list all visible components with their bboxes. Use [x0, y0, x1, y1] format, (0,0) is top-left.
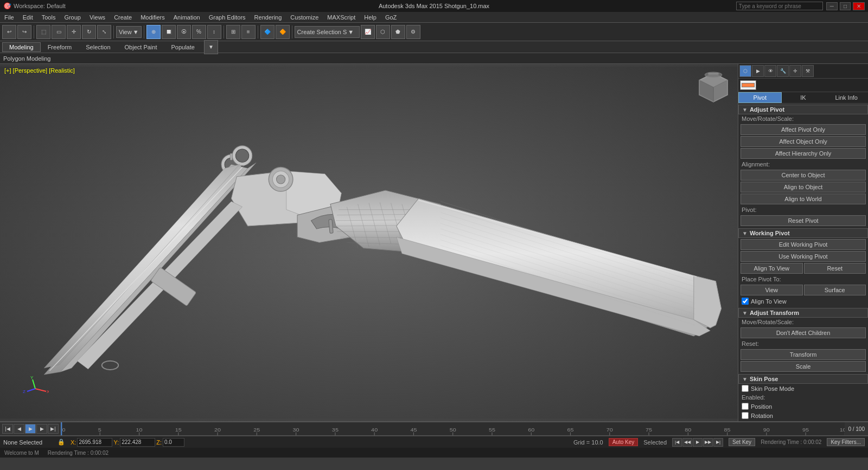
- go-to-end-button[interactable]: ▶|: [48, 424, 59, 434]
- rotation-label[interactable]: Rotation: [751, 413, 773, 419]
- play-button[interactable]: ▶: [25, 424, 36, 434]
- menu-item-modifiers[interactable]: Modifiers: [136, 13, 169, 22]
- scale-button2[interactable]: Scale: [741, 361, 866, 372]
- selection-set-dropdown[interactable]: Create Selection S▼: [295, 26, 360, 38]
- menu-item-customize[interactable]: Customize: [286, 13, 323, 22]
- affect-hierarchy-only-button[interactable]: Affect Hierarchy Only: [741, 148, 866, 159]
- adjust-transform-header[interactable]: ▼ Adjust Transform: [738, 308, 868, 318]
- scale-button[interactable]: ⤡: [97, 25, 111, 39]
- view-button[interactable]: View: [741, 285, 803, 295]
- render-button[interactable]: 🔷: [260, 25, 275, 39]
- skin-pose-header[interactable]: ▼ Skin Pose: [738, 374, 868, 384]
- menu-item-graph-editors[interactable]: Graph Editors: [205, 13, 250, 22]
- tab-pivot[interactable]: Pivot: [738, 92, 782, 103]
- menu-item-goz[interactable]: GoZ: [381, 13, 401, 22]
- move-button[interactable]: ✛: [67, 25, 81, 39]
- tab-ik[interactable]: IK: [782, 92, 825, 103]
- viewport-cube[interactable]: [696, 70, 731, 106]
- utilities-icon[interactable]: 🔧: [777, 65, 789, 77]
- align-to-object-button[interactable]: Align to Object: [741, 182, 866, 192]
- position-checkbox[interactable]: [742, 403, 749, 410]
- y-coord[interactable]: [120, 438, 155, 447]
- more-tabs-button[interactable]: ▼: [204, 40, 218, 54]
- render-setup[interactable]: ⚙: [406, 25, 420, 39]
- align-button[interactable]: ⊞: [226, 25, 240, 39]
- rotate-button[interactable]: ↻: [82, 25, 96, 39]
- tab-populate[interactable]: Populate: [164, 42, 201, 52]
- open-mini-curve-editor[interactable]: 📈: [361, 25, 375, 39]
- search-input[interactable]: [736, 2, 823, 10]
- edit-working-pivot-button[interactable]: Edit Working Pivot: [741, 239, 866, 250]
- affect-pivot-only-button[interactable]: Affect Pivot Only: [741, 124, 866, 135]
- align-to-view-label[interactable]: Align To View: [751, 298, 787, 305]
- close-button[interactable]: ✕: [853, 2, 865, 10]
- reset-pivot-button[interactable]: Reset Pivot: [741, 215, 866, 226]
- pivot-button[interactable]: ⊕: [146, 25, 161, 39]
- object-color-input[interactable]: [740, 80, 756, 90]
- adjust-pivot-header[interactable]: ▼ Adjust Pivot: [738, 105, 868, 114]
- menu-item-help[interactable]: Help: [360, 13, 381, 22]
- select-region-button[interactable]: ▭: [52, 25, 66, 39]
- menu-item-create[interactable]: Create: [110, 13, 136, 22]
- tab-selection[interactable]: Selection: [79, 42, 117, 52]
- position-label[interactable]: Position: [751, 403, 772, 410]
- use-working-pivot-button[interactable]: Use Working Pivot: [741, 251, 866, 262]
- menu-item-group[interactable]: Group: [60, 13, 85, 22]
- rotation-checkbox[interactable]: [742, 412, 749, 419]
- tab-object-paint[interactable]: Object Paint: [118, 42, 164, 52]
- snap-button[interactable]: 🔲: [162, 25, 176, 39]
- align-to-world-button[interactable]: Align to World: [741, 194, 866, 204]
- undo-button[interactable]: ↩: [2, 25, 16, 39]
- end-mini[interactable]: ▶|: [713, 438, 723, 447]
- motion-icon[interactable]: ▶: [752, 65, 764, 77]
- menu-item-maxscript[interactable]: MAXScript: [323, 13, 360, 22]
- working-pivot-header[interactable]: ▼ Working Pivot: [738, 228, 868, 238]
- next-mini[interactable]: ▶▶: [703, 438, 713, 447]
- material-editor[interactable]: ⬟: [391, 25, 405, 39]
- key-filters-button[interactable]: Key Filters...: [827, 438, 865, 446]
- surface-button[interactable]: Surface: [804, 285, 866, 295]
- menu-item-views[interactable]: Views: [85, 13, 110, 22]
- layer-manager-button[interactable]: ≡: [241, 25, 256, 39]
- angle-snap-button[interactable]: ⦿: [177, 25, 191, 39]
- skin-pose-mode-label[interactable]: Skin Pose Mode: [751, 385, 794, 392]
- menu-item-rendering[interactable]: Rendering: [250, 13, 286, 22]
- align-to-view-checkbox[interactable]: [742, 298, 749, 305]
- modify-icon[interactable]: ⚒: [802, 65, 814, 77]
- viewport[interactable]: [+] [Perspective] [Realistic] X: [0, 64, 738, 421]
- spinner-snap-button[interactable]: ↕: [207, 25, 221, 39]
- set-key-button[interactable]: Set Key: [729, 438, 755, 446]
- menu-item-edit[interactable]: Edit: [18, 13, 37, 22]
- go-start-mini[interactable]: |◀: [672, 438, 682, 447]
- reference-coord-dropdown[interactable]: View▼: [116, 26, 142, 38]
- tab-link-info[interactable]: Link Info: [825, 92, 868, 103]
- schematic-view[interactable]: ⬡: [376, 25, 390, 39]
- skin-pose-mode-checkbox[interactable]: [742, 385, 749, 392]
- menu-item-tools[interactable]: Tools: [37, 13, 60, 22]
- redo-button[interactable]: ↪: [17, 25, 31, 39]
- select-object-button[interactable]: ⬚: [36, 25, 50, 39]
- transform-button[interactable]: Transform: [741, 349, 866, 360]
- reset-button[interactable]: Reset: [804, 263, 866, 274]
- create-icon[interactable]: ✛: [789, 65, 801, 77]
- tab-modeling[interactable]: Modeling: [2, 42, 41, 52]
- auto-key-button[interactable]: Auto Key: [609, 438, 639, 446]
- hierarchy-icon[interactable]: ⬡: [739, 65, 751, 77]
- timeline-track[interactable]: 0 5 10 15 20 25 30 35 40 45 50: [61, 422, 845, 435]
- minimize-button[interactable]: ─: [826, 2, 838, 10]
- menu-item-file[interactable]: File: [0, 13, 18, 22]
- center-to-object-button[interactable]: Center to Object: [741, 170, 866, 181]
- render-frame-button[interactable]: 🔶: [276, 25, 290, 39]
- align-to-view-button[interactable]: Align To View: [741, 263, 803, 274]
- next-frame-button[interactable]: ▶: [36, 424, 47, 434]
- tab-freeform[interactable]: Freeform: [41, 42, 79, 52]
- go-to-start-button[interactable]: |◀: [2, 424, 13, 434]
- dont-affect-children-button[interactable]: Don't Affect Children: [741, 327, 866, 338]
- restore-button[interactable]: □: [840, 2, 851, 10]
- menu-item-animation[interactable]: Animation: [169, 13, 205, 22]
- affect-object-only-button[interactable]: Affect Object Only: [741, 136, 866, 147]
- percent-snap-button[interactable]: %: [192, 25, 206, 39]
- x-coord[interactable]: [77, 438, 112, 447]
- play-mini[interactable]: ▶: [693, 438, 703, 447]
- prev-frame-button[interactable]: ◀: [14, 424, 24, 434]
